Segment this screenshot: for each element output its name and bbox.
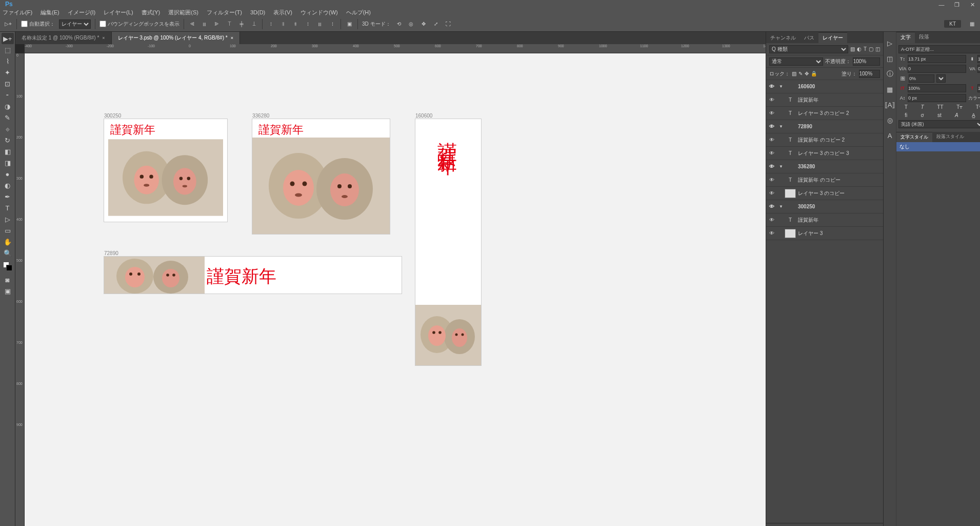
menu-type[interactable]: 書式(Y) (142, 9, 161, 16)
glyphs-icon[interactable]: ⟦A⟧ (884, 99, 896, 111)
artboard-336280[interactable]: 謹賀新年 (252, 119, 390, 234)
menu-3d[interactable]: 3D(D) (250, 9, 265, 15)
language[interactable]: 英語 (米国) (898, 120, 980, 128)
artboard-160600[interactable]: 謹 賀 新 年 (415, 119, 481, 365)
visibility-icon[interactable]: 👁 (766, 110, 777, 116)
align-center-icon[interactable]: ⫼ (201, 20, 209, 28)
tsume[interactable] (909, 74, 934, 83)
brush-tool[interactable]: ✎ (2, 112, 14, 123)
tab-paths[interactable]: パス (800, 33, 818, 43)
fi-button[interactable]: fi (904, 112, 908, 119)
3d-slide-icon[interactable]: ⤢ (432, 20, 440, 28)
visibility-icon[interactable]: 👁 (766, 190, 777, 196)
path-tool[interactable]: ▷ (2, 213, 14, 225)
doc-tab-2[interactable]: レイヤー 3.psb @ 100% (レイヤー 4, RGB/8#) *× (112, 32, 240, 44)
titling-button[interactable]: A̲ (971, 112, 976, 119)
sigma-button[interactable]: σ (919, 112, 925, 119)
close-icon[interactable]: × (102, 35, 105, 41)
close-icon[interactable]: × (231, 35, 233, 41)
menu-filter[interactable]: フィルター(T) (207, 9, 242, 16)
fill-input[interactable] (859, 70, 881, 78)
visibility-icon[interactable]: 👁 (766, 124, 777, 129)
align-top-icon[interactable]: ⟙ (225, 20, 233, 28)
italic-button[interactable]: T (920, 104, 925, 110)
menu-edit[interactable]: 編集(E) (41, 9, 59, 16)
layer-row[interactable]: 👁▼72890 (766, 120, 883, 133)
shape-tool[interactable]: ▭ (2, 225, 14, 236)
color-swatches[interactable] (3, 262, 12, 271)
layer-row[interactable]: 👁▼336280 (766, 160, 883, 173)
swatches-icon[interactable]: ▦ (884, 83, 896, 95)
opacity-input[interactable] (853, 57, 880, 66)
visibility-icon[interactable]: 👁 (766, 230, 777, 236)
distribute-icon[interactable]: ⫶ (267, 20, 275, 28)
expand-icon[interactable]: ▼ (777, 204, 785, 209)
user-badge[interactable]: KT (944, 20, 961, 28)
play-icon[interactable]: ▷ (884, 37, 896, 49)
distribute3-icon[interactable]: ⫵ (291, 20, 299, 28)
auto-align-icon[interactable]: ▣ (345, 20, 353, 28)
tab-layers[interactable]: レイヤー (818, 32, 847, 43)
menu-view[interactable]: 表示(V) (273, 9, 292, 16)
heal-tool[interactable]: ◑ (2, 101, 14, 112)
visibility-icon[interactable]: 👁 (766, 164, 777, 169)
layer-row[interactable]: 👁T謹賀新年 のコピー (766, 173, 883, 187)
visibility-icon[interactable]: 👁 (766, 137, 777, 143)
filter-smart-icon[interactable]: ◫ (875, 46, 880, 52)
workspace-icon[interactable]: ▦ (968, 20, 976, 28)
font-family[interactable]: A-OTF 新正楷... (898, 45, 980, 53)
canvas[interactable]: 300250 謹賀新年 336280 謹賀新年 160600 謹 賀 新 年 7… (25, 53, 766, 526)
layer-row[interactable]: 👁T謹賀新年 のコピー 2 (766, 133, 883, 147)
kerning[interactable] (977, 65, 980, 73)
blur-tool[interactable]: ● (2, 168, 14, 180)
auto-select-toggle[interactable]: 自動選択： (21, 21, 55, 28)
leading[interactable] (977, 55, 980, 63)
allcaps-button[interactable]: TT (936, 104, 944, 110)
crop-tool[interactable]: ⊡ (2, 78, 14, 89)
swash-button[interactable]: A (954, 112, 959, 119)
font-size[interactable] (908, 55, 966, 63)
st-button[interactable]: st (936, 112, 943, 119)
menu-layer[interactable]: レイヤー(L) (104, 9, 133, 16)
lock-paint-icon[interactable]: ✎ (798, 71, 803, 76)
text-tool[interactable]: T (2, 202, 14, 213)
pen-tool[interactable]: ✒ (2, 191, 14, 202)
tab-char-styles[interactable]: 文字スタイル (896, 132, 932, 142)
expand-icon[interactable]: ▼ (777, 164, 785, 169)
lock-all-icon[interactable]: 🔒 (811, 71, 817, 76)
layer-row[interactable]: 👁T謹賀新年 (766, 93, 883, 107)
visibility-icon[interactable]: 👁 (766, 177, 777, 183)
expand-icon[interactable]: ▼ (777, 124, 785, 129)
gradient-tool[interactable]: ◨ (2, 157, 14, 168)
hand-tool[interactable]: ✋ (2, 236, 14, 247)
lock-trans-icon[interactable]: ▧ (792, 71, 796, 76)
menu-window[interactable]: ウィンドウ(W) (301, 9, 338, 16)
distribute2-icon[interactable]: ⫴ (279, 20, 287, 28)
baseline-shift[interactable] (908, 94, 966, 102)
layer-row[interactable]: 👁▼300250 (766, 200, 883, 213)
artboard-300250[interactable]: 謹賀新年 (104, 119, 227, 222)
layer-row[interactable]: 👁Tレイヤー 3 のコピー 2 (766, 107, 883, 120)
filter-adjust-icon[interactable]: ◐ (857, 46, 862, 52)
clone-tool[interactable]: ⟐ (2, 123, 14, 134)
tab-character[interactable]: 文字 (896, 32, 915, 43)
expand-icon[interactable]: ▼ (777, 84, 785, 89)
layer-row[interactable]: 👁レイヤー 3 (766, 227, 883, 240)
visibility-icon[interactable]: 👁 (766, 204, 777, 209)
style-item[interactable]: なし (896, 142, 980, 151)
menu-image[interactable]: イメージ(I) (68, 9, 95, 16)
marquee-tool[interactable]: ⬚ (2, 44, 14, 55)
layer-row[interactable]: 👁Tレイヤー 3 のコピー 3 (766, 147, 883, 160)
artboard-72890[interactable]: 謹賀新年 (104, 257, 402, 294)
layer-row[interactable]: 👁▼160600 (766, 80, 883, 93)
smallcaps-button[interactable]: Tᴛ (955, 104, 964, 110)
dodge-tool[interactable]: ◐ (2, 180, 14, 191)
tracking[interactable] (908, 65, 966, 73)
history-tool[interactable]: ↻ (2, 134, 14, 146)
horizontal-scale[interactable] (977, 84, 980, 92)
bold-button[interactable]: T (904, 104, 909, 110)
align-vcenter-icon[interactable]: ╪ (237, 20, 246, 28)
close-button[interactable]: ✕ (965, 0, 980, 9)
zoom-tool[interactable]: 🔍 (2, 247, 14, 259)
minimize-button[interactable]: — (934, 0, 949, 9)
